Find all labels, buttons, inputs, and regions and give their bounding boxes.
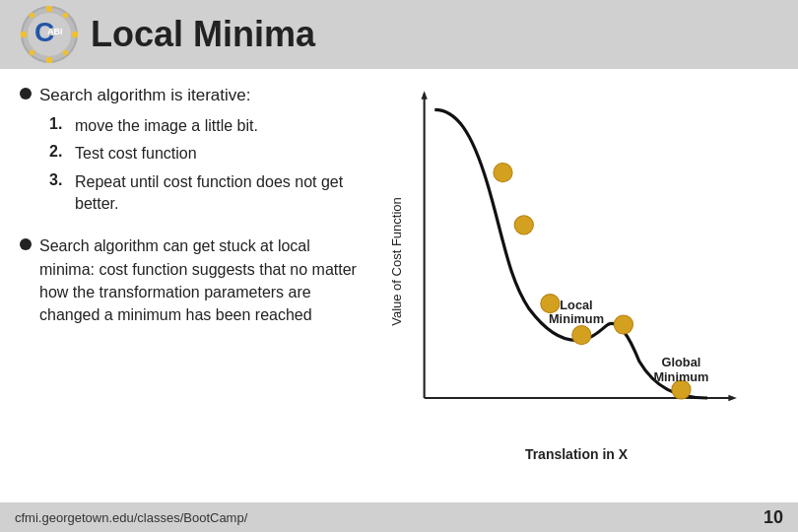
svg-text:Local: Local bbox=[560, 298, 592, 312]
chart-svg: Local Minimum Global Minimum bbox=[414, 89, 739, 445]
item-text-3: Repeat until cost function does not get … bbox=[75, 171, 369, 216]
item-number-2: 2. bbox=[49, 143, 69, 161]
item-text-2: Test cost function bbox=[75, 143, 197, 165]
svg-text:Global: Global bbox=[662, 355, 701, 369]
left-panel: Search algorithm is iterative: 1. move t… bbox=[0, 79, 384, 493]
list-item: 1. move the image a little bit. bbox=[49, 115, 369, 137]
chart-panel: Value of Cost Function bbox=[384, 79, 798, 493]
x-axis-label: Translation in X bbox=[525, 446, 628, 462]
bullet-2: Search algorithm can get stuck at local … bbox=[20, 234, 369, 326]
item-text-1: move the image a little bit. bbox=[75, 115, 258, 137]
y-axis-label: Value of Cost Function bbox=[389, 197, 404, 326]
svg-rect-5 bbox=[72, 32, 78, 37]
svg-rect-2 bbox=[46, 6, 52, 12]
bullet-1: Search algorithm is iterative: bbox=[20, 84, 369, 107]
list-item: 2. Test cost function bbox=[49, 143, 369, 165]
svg-marker-15 bbox=[421, 91, 427, 100]
svg-point-21 bbox=[614, 315, 632, 334]
bullet-dot-2 bbox=[20, 238, 32, 250]
svg-point-19 bbox=[541, 295, 560, 313]
bullet-dot-1 bbox=[20, 88, 32, 100]
svg-point-17 bbox=[494, 164, 512, 182]
chart-area: Local Minimum Global Minimum bbox=[414, 89, 739, 433]
svg-marker-16 bbox=[728, 395, 737, 401]
header: C ABI Local Minima bbox=[0, 0, 798, 69]
slide: C ABI Local Minima Search algorithm is i… bbox=[0, 0, 798, 532]
footer-page-number: 10 bbox=[764, 507, 783, 528]
item-number-3: 3. bbox=[49, 171, 69, 189]
footer: cfmi.georgetown.edu/classes/BootCamp/ 10 bbox=[0, 502, 798, 532]
svg-point-18 bbox=[514, 216, 533, 234]
svg-text:Minimum: Minimum bbox=[549, 311, 604, 326]
list-item: 3. Repeat until cost function does not g… bbox=[49, 171, 369, 216]
svg-rect-4 bbox=[21, 32, 27, 37]
chart-container: Value of Cost Function bbox=[384, 89, 739, 463]
svg-rect-3 bbox=[46, 57, 52, 63]
logo-icon: C ABI bbox=[20, 5, 79, 64]
numbered-list: 1. move the image a little bit. 2. Test … bbox=[49, 115, 369, 222]
svg-text:Minimum: Minimum bbox=[653, 369, 708, 384]
svg-point-20 bbox=[572, 326, 591, 345]
bullet-2-text: Search algorithm can get stuck at local … bbox=[39, 234, 369, 326]
svg-text:ABI: ABI bbox=[47, 27, 63, 36]
main-content: Search algorithm is iterative: 1. move t… bbox=[0, 69, 798, 502]
item-number-1: 1. bbox=[49, 115, 69, 133]
footer-url: cfmi.georgetown.edu/classes/BootCamp/ bbox=[15, 510, 247, 525]
page-title: Local Minima bbox=[91, 14, 315, 55]
bullet-1-text: Search algorithm is iterative: bbox=[39, 84, 250, 107]
